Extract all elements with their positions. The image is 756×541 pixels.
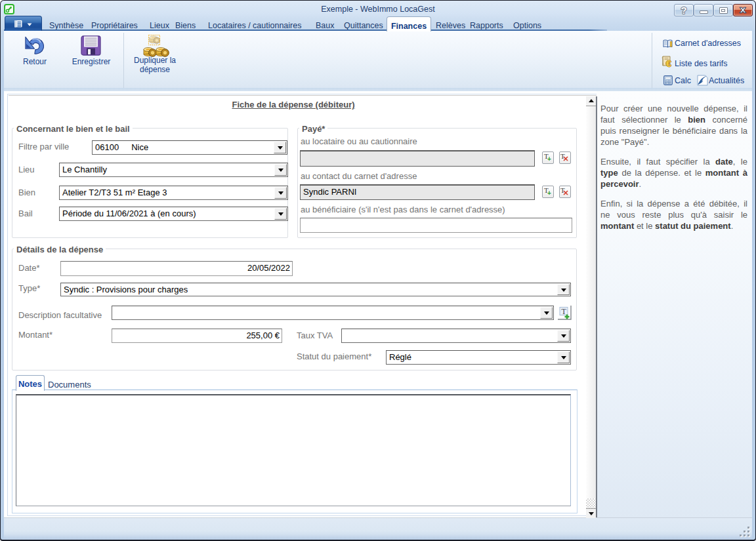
svg-text:T: T xyxy=(560,186,565,194)
svg-text:?: ? xyxy=(681,5,686,16)
svg-text:€: € xyxy=(666,58,672,69)
svg-text:+: + xyxy=(547,155,551,162)
svg-text:+: + xyxy=(547,190,551,196)
svg-text:T: T xyxy=(560,152,565,160)
svg-text:T: T xyxy=(562,307,567,316)
